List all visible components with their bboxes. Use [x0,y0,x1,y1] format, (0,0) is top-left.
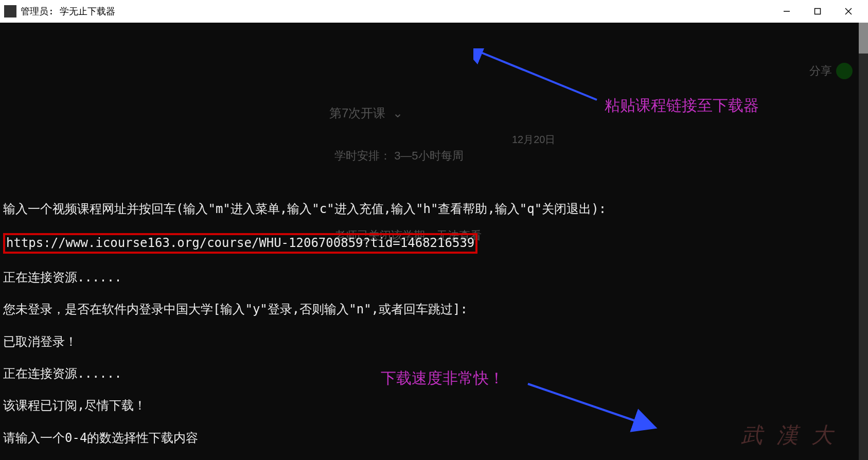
svg-line-5 [528,384,653,427]
svg-line-4 [479,51,597,100]
annotation-paste-link: 粘贴课程链接至下载器 [605,95,759,116]
login-cancel: 已取消登录！ [3,334,865,350]
status-line: 正在连接资源...... [3,270,865,286]
bg-dropdown: 第7次开课 ⌄ [329,105,403,121]
bg-date: 12月20日 [512,133,556,146]
arrow-icon [473,48,602,105]
maximize-button[interactable] [802,2,833,21]
title-bar: 管理员: 学无止下载器 [0,0,868,23]
subscribed: 该课程已订阅,尽情下载！ [3,398,865,414]
chevron-down-icon: ⌄ [393,106,403,120]
quality-prompt: 请输入一个0-4的数选择性下载内容 [3,430,865,446]
close-button[interactable] [833,2,864,21]
app-icon [4,5,16,17]
prompt-line: 输入一个视频课程网址并按回车(输入"m"进入菜单,输入"c"进入充值,输入"h"… [3,201,865,217]
arrow-icon [525,381,659,432]
svg-rect-1 [815,9,821,14]
scrollbar-thumb[interactable] [859,23,868,54]
url-input-highlight: https://www.icourse163.org/course/WHU-12… [3,233,477,253]
login-prompt: 您未登录，是否在软件内登录中国大学[输入"y"登录,否则输入"n",或者回车跳过… [3,302,865,317]
wechat-icon [836,63,853,79]
window-title: 管理员: 学无止下载器 [21,5,115,17]
console-output[interactable]: 分享 第7次开课 ⌄ 12月20日 学时安排： 3—5小时每周 老师已关闭该学期… [0,23,868,460]
annotation-fast-speed: 下载速度非常快！ [381,368,504,389]
bg-share: 分享 [809,63,853,79]
window-controls [771,2,864,21]
bg-schedule: 学时安排： 3—5小时每周 [334,149,464,164]
minimize-button[interactable] [771,2,802,21]
